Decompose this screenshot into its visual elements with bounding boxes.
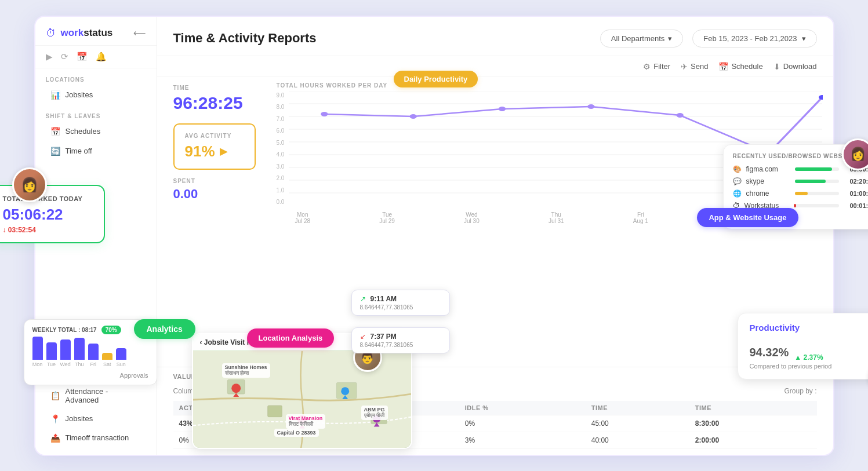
sidebar-item-timeoff-txn[interactable]: 📤 Timeoff transaction [40,429,152,447]
evening-time: 7:37 PM [371,333,397,341]
download-icon: ⬇ [773,62,780,71]
main-container: ⏱ workstatus ⟵ ▶ ⟳ 📅 🔔 LOCATIONS 📊 Jobsi… [34,16,834,456]
location-bubble[interactable]: Location Analysis [247,328,335,348]
th-idle-time: TIME [586,401,689,415]
x-label-thu: ThuJul 31 [549,211,564,224]
skype-favicon: 💬 [733,177,742,185]
schedule-icon: 📅 [718,62,728,71]
avg-activity-box: AVG ACTIVITY 91% ▶ [173,123,256,170]
morning-arrow-icon: ↗ [360,295,366,303]
bar-col-thu: Thu [74,338,85,367]
schedules-icon: 📅 [50,127,60,136]
productivity-title: Productivity [750,323,800,333]
schedule-label: Schedule [731,62,762,71]
logo-area: ⏱ workstatus ⟵ [35,17,157,46]
total-worked-time: 05:06:22 [3,206,91,224]
chevron-down-icon: ▾ [668,34,672,43]
send-button[interactable]: ✈ Send [681,62,708,71]
chrome-bar-bg [795,192,839,195]
download-button[interactable]: ⬇ Download [773,62,817,71]
bar-col-fri: Fri [88,344,99,367]
map-label-abm: ABM PGएबीएम पीजी [361,406,388,420]
calendar-icon[interactable]: 📅 [77,52,88,62]
x-label-wed: WedJul 30 [464,211,480,224]
total-worked-diff: ↓ 03:52:54 [3,226,91,234]
website-row-chrome: 🌐 chrome 01:00:06 [733,189,869,198]
bar-col-wed: Wed [60,339,71,367]
figma-favicon: 🎨 [733,165,742,173]
approvals-link[interactable]: Approvals [32,372,148,379]
workstatus-time: 00:01:00 [844,202,869,209]
bar-thu [74,338,85,360]
productivity-compare: Compared to previous period [750,363,869,370]
sidebar-item-timeoff[interactable]: 🔄 Time off [40,142,152,160]
attendance-label: Attendance - Advanced [66,387,141,404]
timeoff-txn-icon: 📤 [50,433,60,443]
productivity-card-header: Productivity ✓ [750,323,869,333]
timeoff-txn-label: Timeoff transaction [66,433,129,442]
bar-col-sat: Sat [102,353,112,367]
schedule-button[interactable]: 📅 Schedule [718,62,762,71]
bar-sat [102,353,112,360]
row2-idle-time: 40:00 [586,432,689,448]
productivity-card: Productivity ✓ 94.32% ▲ 2.37% Compared t… [738,313,869,379]
daily-productivity-bubble[interactable]: Daily Productivity [394,71,478,87]
sidebar-item-jobsites-label: Jobsites [66,90,93,99]
department-filter-button[interactable]: All Departments ▾ [600,30,683,48]
figma-bar [795,167,833,171]
map-label-sunshine: Sunshine Homesसंसाधन होम्स [222,363,270,378]
sidebar-item-jobsites[interactable]: 📊 Jobsites [40,86,152,104]
location-time-card-morning: ↗ 9:11 AM 8.646447,77.381065 [351,290,450,316]
play-icon[interactable]: ▶ [46,52,53,62]
evening-arrow-icon: ↙ [360,333,366,341]
avg-activity-value: 91% [185,143,215,160]
time-stat: TIME 96:28:25 [173,85,266,113]
date-range-button[interactable]: Feb 15, 2023 - Feb 21,2023 ▾ [692,30,816,48]
sidebar-item-attendance[interactable]: 📋 Attendance - Advanced [40,382,152,409]
collapse-button[interactable]: ⟵ [133,28,146,38]
svg-point-12 [588,104,595,109]
bar-mon [32,337,43,360]
analytics-bubble[interactable]: Analytics [134,319,195,339]
sidebar-item-schedules[interactable]: 📅 Schedules [40,122,152,141]
sidebar-item-jobsites2[interactable]: 📍 Jobsites [40,410,152,428]
bar-col-sun: Sun [116,348,126,367]
svg-point-10 [410,114,417,119]
app-usage-bubble[interactable]: App & Website Usage [697,208,798,227]
bar-tue [46,342,57,360]
chrome-bar [795,192,808,195]
skype-bar-bg [795,180,839,183]
page-title: Time & Activity Reports [173,31,591,46]
send-icon: ✈ [681,62,688,71]
website-row-skype: 💬 skype 02:20:20 [733,177,869,185]
history-icon[interactable]: ⟳ [61,52,68,62]
th-idle-pct: IDLE % [459,401,586,415]
bar-col-tue: Tue [46,342,57,367]
x-label-fri: FriAug 1 [633,211,648,224]
row1-idle-pct: 0% [459,415,586,432]
download-label: Download [783,62,817,71]
avg-activity-label: AVG ACTIVITY [185,133,244,139]
weekly-chart-header: WEEKLY TOTAL : 08:17 70% [32,326,148,334]
sidebar-item-schedules-label: Schedules [66,127,101,136]
bell-icon[interactable]: 🔔 [96,52,107,62]
svg-rect-18 [267,405,282,417]
workstatus-bar-bg [794,204,839,207]
row1-idle-time: 45:00 [586,415,689,432]
evening-coords: 8.646447,77.381065 [360,342,441,348]
weekly-total-label: WEEKLY TOTAL : 08:17 [32,327,97,333]
chevron-down-icon-2: ▾ [802,34,806,43]
filter-button[interactable]: ⚙ Filter [643,62,670,71]
page-header: Time & Activity Reports All Departments … [157,17,833,56]
logo-icon: ⏱ [46,27,56,39]
skype-name: skype [746,177,790,185]
avatar-left: 👩 [12,167,47,202]
x-label-tue: TueJul 29 [379,211,395,224]
sidebar-item-timeoff-label: Time off [66,147,92,155]
bar-fri [88,344,99,360]
filter-icon: ⚙ [643,62,651,71]
x-label-mon: MonJul 28 [295,211,310,224]
bar-sun [116,348,126,360]
morning-time: 9:11 AM [371,295,397,303]
chrome-name: chrome [746,189,790,198]
